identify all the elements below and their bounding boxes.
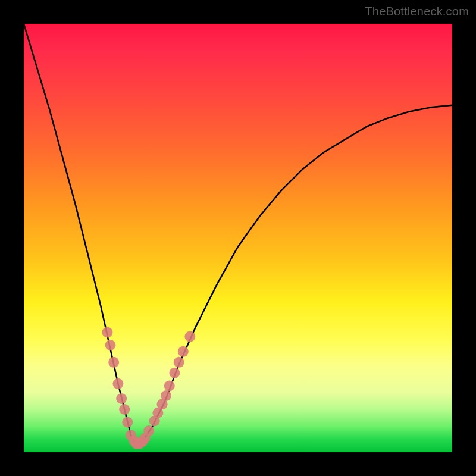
plot-area [24,24,452,452]
chart-frame: TheBottleneck.com [0,0,476,476]
data-dot [105,340,115,350]
data-dot [143,425,154,436]
data-dot [108,357,119,368]
data-dot [119,404,130,415]
chart-svg [24,24,452,452]
curve-line [24,24,452,444]
data-dot [184,331,195,342]
data-dot [122,417,133,428]
watermark-text: TheBottleneck.com [365,5,469,18]
data-dot [112,378,123,389]
data-dot [116,393,127,404]
data-dot [102,327,112,337]
data-dot [164,380,175,391]
data-dots [102,327,195,449]
data-dot [178,346,189,357]
data-dot [169,368,180,378]
data-dot [174,357,184,368]
data-dot [161,390,171,401]
